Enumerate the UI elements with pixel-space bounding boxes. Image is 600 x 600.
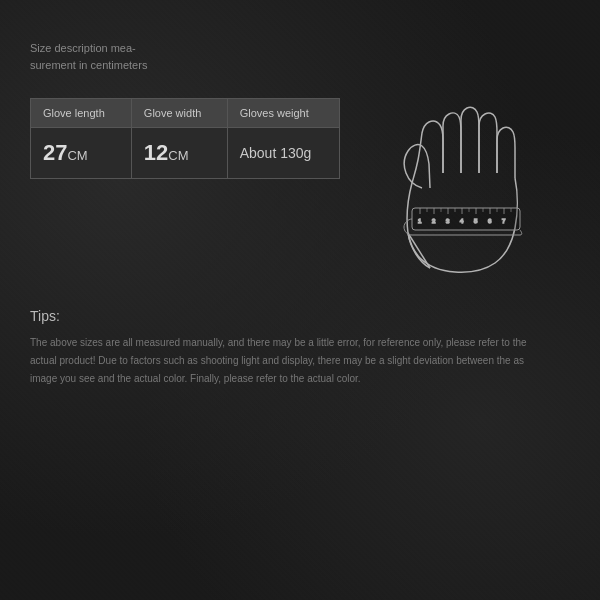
table-section: Glove length Glove width Gloves weight 2… <box>30 98 340 179</box>
width-value: 12 <box>144 140 168 165</box>
table-header-row: Glove length Glove width Gloves weight <box>31 99 340 128</box>
main-content: Glove length Glove width Gloves weight 2… <box>30 98 570 278</box>
length-value: 27 <box>43 140 67 165</box>
main-container: Size description mea- surement in centim… <box>0 0 600 418</box>
length-unit: CM <box>67 148 87 163</box>
glove-weight-cell: About 130g <box>227 128 339 179</box>
tips-title: Tips: <box>30 308 570 324</box>
glove-illustration: 1 2 3 4 5 6 7 <box>370 78 570 278</box>
table-data-row: 27CM 12CM About 130g <box>31 128 340 179</box>
tips-text: The above sizes are all measured manuall… <box>30 334 550 388</box>
col-length-header: Glove length <box>31 99 132 128</box>
glove-width-cell: 12CM <box>131 128 227 179</box>
size-table: Glove length Glove width Gloves weight 2… <box>30 98 340 179</box>
glove-length-cell: 27CM <box>31 128 132 179</box>
size-description: Size description mea- surement in centim… <box>30 40 150 73</box>
col-weight-header: Gloves weight <box>227 99 339 128</box>
col-width-header: Glove width <box>131 99 227 128</box>
tips-section: Tips: The above sizes are all measured m… <box>30 308 570 388</box>
width-unit: CM <box>168 148 188 163</box>
